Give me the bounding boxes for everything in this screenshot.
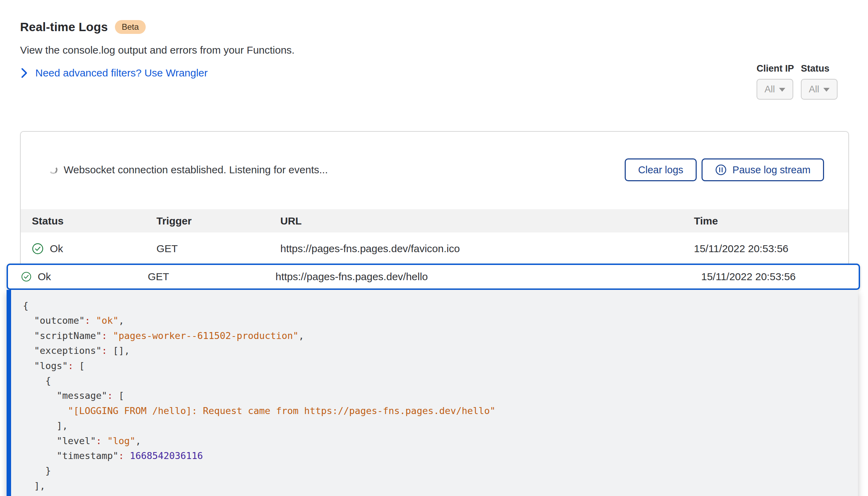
row-status-text: Ok bbox=[50, 232, 63, 265]
client-ip-dropdown[interactable]: All bbox=[757, 79, 793, 100]
expanded-log-entry: Ok GET https://pages-fns.pages.dev/hello… bbox=[7, 264, 860, 496]
client-ip-label: Client IP bbox=[757, 63, 794, 74]
row-time: 15/11/2022 20:53:56 bbox=[694, 232, 788, 265]
row-time: 15/11/2022 20:53:56 bbox=[701, 265, 796, 288]
column-time: Time bbox=[694, 209, 718, 232]
stream-toolbar: Websocket connection established. Listen… bbox=[49, 158, 824, 182]
row-trigger: GET bbox=[148, 265, 169, 288]
client-ip-filter: Client IP All bbox=[757, 63, 794, 100]
column-trigger: Trigger bbox=[156, 209, 192, 232]
spinner-icon bbox=[48, 165, 58, 175]
status-dropdown[interactable]: All bbox=[801, 79, 838, 100]
column-url: URL bbox=[280, 209, 302, 232]
filters: Client IP All Status All bbox=[757, 63, 838, 100]
page-header: Real-time Logs Beta bbox=[20, 20, 146, 34]
caret-down-icon bbox=[823, 88, 830, 92]
row-url: https://pages-fns.pages.dev/favicon.ico bbox=[280, 232, 460, 265]
wrangler-link[interactable]: Need advanced filters? Use Wrangler bbox=[21, 67, 208, 79]
status-filter: Status All bbox=[801, 63, 838, 100]
log-detail-json: { "outcome": "ok", "scriptName": "pages-… bbox=[7, 290, 858, 496]
beta-badge: Beta bbox=[115, 20, 146, 34]
client-ip-value: All bbox=[765, 84, 775, 95]
json-code: { "outcome": "ok", "scriptName": "pages-… bbox=[23, 298, 851, 493]
status-value: All bbox=[809, 84, 819, 95]
pause-icon bbox=[715, 164, 727, 176]
clear-logs-button[interactable]: Clear logs bbox=[625, 158, 697, 181]
page-subtitle: View the console.log output and errors f… bbox=[20, 44, 295, 56]
column-status: Status bbox=[32, 209, 64, 232]
pause-log-stream-label: Pause log stream bbox=[732, 164, 811, 176]
chevron-right-icon bbox=[21, 67, 28, 79]
check-circle-icon bbox=[21, 272, 31, 282]
check-circle-icon bbox=[32, 243, 44, 255]
table-row[interactable]: Ok GET https://pages-fns.pages.dev/favic… bbox=[21, 232, 848, 265]
page-title: Real-time Logs bbox=[20, 20, 108, 34]
clear-logs-label: Clear logs bbox=[638, 164, 684, 176]
row-status-text: Ok bbox=[38, 265, 51, 288]
status-label: Status bbox=[801, 63, 838, 74]
row-url: https://pages-fns.pages.dev/hello bbox=[275, 265, 428, 288]
pause-log-stream-button[interactable]: Pause log stream bbox=[702, 158, 824, 181]
caret-down-icon bbox=[779, 88, 785, 92]
selected-table-row[interactable]: Ok GET https://pages-fns.pages.dev/hello… bbox=[7, 264, 860, 290]
websocket-status-text: Websocket connection established. Listen… bbox=[64, 164, 328, 176]
wrangler-link-label[interactable]: Need advanced filters? Use Wrangler bbox=[35, 67, 208, 79]
row-trigger: GET bbox=[156, 232, 178, 265]
table-header: Status Trigger URL Time bbox=[21, 209, 848, 232]
